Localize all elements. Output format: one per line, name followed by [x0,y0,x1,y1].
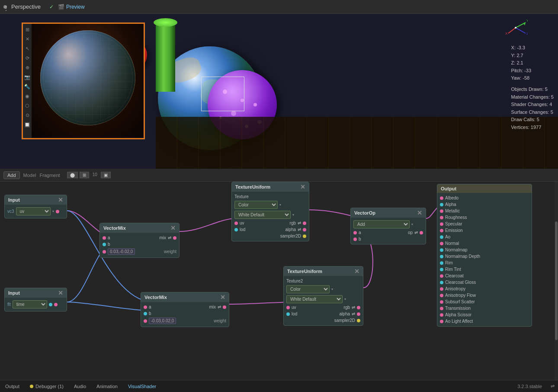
tex1-uv-row: uv rgb ⇌ [232,220,309,226]
tool-icon-10[interactable]: ⊙ [23,111,31,119]
node-input1-header: Input ✕ [5,195,67,205]
node-texuniform1-close[interactable]: ✕ [300,184,305,190]
tex2-default-select[interactable]: White Default [286,295,343,303]
node-output-body: Albedo Alpha Metallic Roughness Specular [437,193,532,326]
tool-icon-11[interactable]: 🔲 [23,121,31,129]
node-texuniform2-title: TextureUniform [287,269,322,274]
tool-icon-2[interactable]: ✕ [23,35,31,43]
output-rim-dot [440,261,443,265]
stat-y: Y: 2.7 [511,52,554,60]
viewport-canvas: ⊞ ✕ ↖ ⟳ ⊕ 📷 🔦 ◉ ⬡ ⊙ 🔲 [0,14,558,169]
node-texuniform1-header: TextureUniform ✕ [232,182,309,192]
tex2-default-row: White Default ▾ [284,294,363,304]
tool-icon-1[interactable]: ⊞ [23,26,31,33]
output-ao-row: Ao [437,234,532,240]
tex1-rgb-icon: ⇌ [298,221,301,225]
svg-text:Y: Y [526,19,528,22]
vmix1-weight-value[interactable]: 0.03,-0.02,0 [108,248,135,255]
statusbar-animation[interactable]: Animation [95,384,119,389]
vectorop-op-select[interactable]: Add [353,220,410,228]
node-vmix2-close[interactable]: ✕ [220,294,225,300]
output-roughness-row: Roughness [437,214,532,221]
vmix1-a-row: a mix ⇌ [100,235,179,241]
tool-icon-8[interactable]: ◉ [23,92,31,100]
output-emission-label: Emission [445,228,463,233]
output-normal-label: Normal [445,241,459,246]
vmix1-b-row: b [100,241,179,247]
node-input1-select[interactable]: uv [16,207,51,215]
vmix1-mix-label: mix [159,235,166,240]
scene-floor [156,117,558,169]
node-vmix2-header: VectorMix ✕ [141,292,229,302]
vectorop-op-arrow: ▾ [411,222,413,226]
tex2-alpha-dot [357,312,360,316]
shader-canvas[interactable]: Input ✕ vc3 uv ▾ Input ✕ [0,182,558,380]
node-vectorop-body: Add ▾ a op ⇌ b [351,218,426,244]
output-clearcoat-gloss-row: Clearcoat Gloss [437,279,532,286]
tex2-color-select[interactable]: Color [286,285,330,293]
statusbar-audio[interactable]: Audio [72,384,88,389]
node-input2-out-dot2 [54,303,58,306]
vmix2-a-row: a mix ⇌ [141,304,229,310]
output-normalmap-row: Normalmap [437,247,532,253]
output-rim-tint-dot [440,268,443,271]
vmix2-b-row: b [141,310,229,317]
toolbar-btn-3[interactable]: ▣ [101,172,111,178]
tex1-rgb-label: rgb [290,221,296,225]
tex2-sampler-row: sampler2D [284,317,363,324]
scrollbar-right[interactable] [555,182,558,380]
toolbar-btn-1[interactable]: ⬤ [67,172,78,178]
tool-icon-7[interactable]: 🔦 [23,83,31,90]
tex2-rgb-icon: ⇌ [352,305,355,310]
vmix2-weight-value[interactable]: -0.03,0.02,0 [149,318,176,324]
statusbar-debugger[interactable]: Debugger (1) [28,384,65,389]
toolbar-btn-2[interactable]: ⊞ [80,172,89,178]
tool-icon-6[interactable]: 📷 [23,73,31,81]
top-bar: ⋮ Perspective ✓ 🎬 Preview [0,0,558,14]
tool-icon-4[interactable]: ⟳ [23,54,31,62]
tool-icon-3[interactable]: ↖ [23,45,31,52]
node-vectorop-title: VectorOp [354,210,375,215]
tex1-lod-label: lod [240,227,245,232]
output-alpha-label: Alpha [445,202,456,207]
stat-vertices: Vertices: 1977 [511,124,554,132]
statusbar-visualshader[interactable]: VisualShader [126,384,158,389]
stat-drawcalls: Draw Calls: 5 [511,116,554,124]
vmix2-out-dot [223,305,226,309]
node-input1-close[interactable]: ✕ [58,197,63,203]
vectorop-b-row: b [351,236,426,242]
node-texuniform2-close[interactable]: ✕ [354,268,359,274]
tex1-color-arrow: ▾ [279,203,281,207]
tex1-default-select[interactable]: White Default [234,211,291,219]
preview-button[interactable]: 🎬 Preview [58,4,85,10]
tex1-color-row: Color ▾ [232,200,309,210]
output-rim-tint-label: Rim Tint [445,267,461,272]
debugger-dot [30,385,33,388]
svg-text:X: X [505,32,508,35]
output-alpha-scissor-row: Alpha Scissor [437,312,532,318]
tool-icon-9[interactable]: ⬡ [23,102,31,109]
node-input2-close[interactable]: ✕ [58,290,63,296]
coord-axes: Y Z X [504,16,528,40]
output-ao-light-dot [440,320,443,323]
node-vmix2: VectorMix ✕ a mix ⇌ b -0.03, [141,292,229,327]
tex1-color-select[interactable]: Color [234,201,278,209]
node-texuniform1-body: Texture Color ▾ White Default ▾ uv [232,192,309,241]
output-normalmap-depth-dot [440,255,443,258]
stat-z: Z: 2.1 [511,59,554,67]
wireframe-sphere [40,30,135,125]
statusbar-output[interactable]: Output [3,384,21,389]
add-button[interactable]: Add [3,171,20,179]
tex1-alpha-label: alpha [285,227,296,232]
tool-icon-5[interactable]: ⊕ [23,64,31,71]
output-anisotropy-row: Anisotropy [437,286,532,292]
node-texuniform1: TextureUniform ✕ Texture Color ▾ White D… [231,182,309,241]
node-input2-select[interactable]: time [13,300,47,308]
statusbar-version: 3.2.3.stable [517,384,542,389]
output-metallic-dot [440,209,443,213]
tex1-sampler-dot [303,235,306,238]
output-anisotropy-flow-dot [440,294,443,297]
node-vmix1-close[interactable]: ✕ [170,225,176,231]
node-vectorop-close[interactable]: ✕ [417,210,422,216]
output-clearcoat-gloss-label: Clearcoat Gloss [445,280,476,285]
